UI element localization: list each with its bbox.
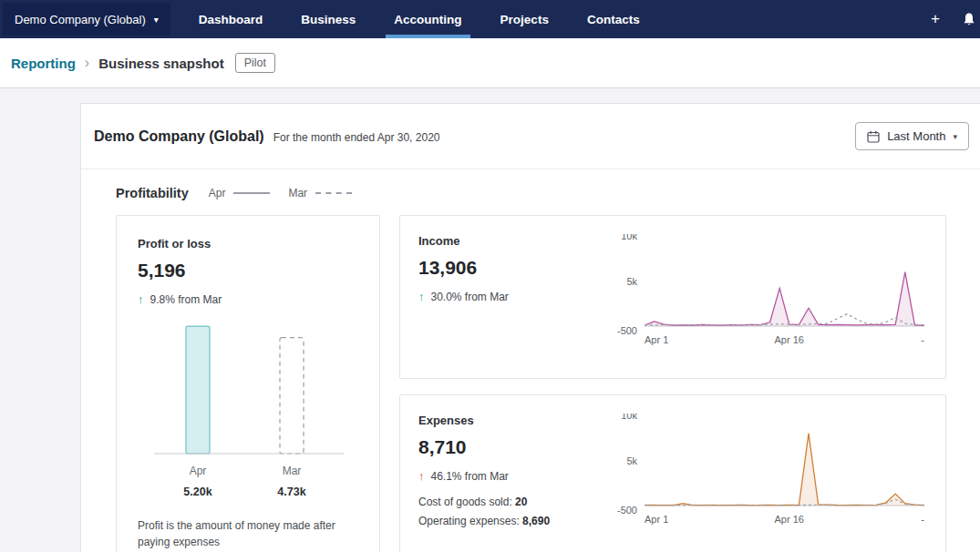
nav-item-accounting[interactable]: Accounting bbox=[375, 0, 480, 38]
chevron-down-icon: ▾ bbox=[154, 15, 159, 25]
svg-text:-: - bbox=[921, 514, 924, 525]
breadcrumb-separator: › bbox=[85, 55, 89, 71]
svg-text:10k: 10k bbox=[621, 234, 637, 241]
profit-loss-card: Profit or loss 5,196 ↑ 9.8% from Mar Apr… bbox=[116, 215, 380, 552]
report-period: For the month ended Apr 30, 2020 bbox=[273, 131, 440, 144]
opex-line: Operating expenses: 8,690 bbox=[418, 515, 601, 527]
calendar-icon bbox=[867, 130, 880, 143]
main-nav: Dashboard Business Accounting Projects C… bbox=[180, 0, 659, 38]
page-title: Business snapshot bbox=[98, 56, 224, 71]
company-selector-label: Demo Company (Global) bbox=[15, 13, 146, 26]
section-title: Profitability bbox=[116, 186, 189, 200]
report-company-title: Demo Company (Global) bbox=[94, 128, 264, 145]
up-arrow-icon: ↑ bbox=[418, 290, 425, 303]
expenses-change-text: 46.1% from Mar bbox=[431, 470, 509, 483]
income-card: Income 13,906 ↑ 30.0% from Mar 10k5k-500… bbox=[399, 215, 946, 379]
solid-line-swatch bbox=[233, 192, 270, 194]
profitability-panels: Profit or loss 5,196 ↑ 9.8% from Mar Apr… bbox=[116, 215, 945, 552]
expenses-card: Expenses 8,710 ↑ 46.1% from Mar Cost of … bbox=[399, 394, 946, 552]
profit-loss-value: 5,196 bbox=[138, 260, 358, 281]
report-header: Demo Company (Global) For the month ende… bbox=[81, 104, 980, 169]
svg-text:10k: 10k bbox=[621, 414, 637, 421]
nav-item-business[interactable]: Business bbox=[282, 0, 375, 38]
svg-text:-500: -500 bbox=[617, 505, 637, 516]
svg-text:Apr 1: Apr 1 bbox=[645, 334, 668, 345]
svg-text:Apr 16: Apr 16 bbox=[774, 334, 803, 345]
profit-loss-change: ↑ 9.8% from Mar bbox=[138, 292, 358, 306]
svg-text:Apr: Apr bbox=[190, 465, 207, 477]
breadcrumb: Reporting › Business snapshot Pilot bbox=[0, 38, 980, 88]
svg-text:-500: -500 bbox=[617, 325, 637, 336]
svg-text:Apr 1: Apr 1 bbox=[645, 514, 668, 525]
legend-mar-label: Mar bbox=[288, 187, 307, 199]
date-range-label: Last Month bbox=[887, 129, 945, 143]
nav-item-contacts[interactable]: Contacts bbox=[568, 0, 659, 38]
svg-text:-: - bbox=[921, 334, 924, 345]
svg-text:Apr 16: Apr 16 bbox=[774, 514, 803, 525]
opex-label: Operating expenses: bbox=[418, 515, 520, 527]
navbar-right: + bbox=[931, 0, 980, 38]
expenses-value: 8,710 bbox=[418, 436, 601, 458]
svg-text:5k: 5k bbox=[626, 276, 637, 287]
expenses-title: Expenses bbox=[418, 414, 601, 427]
income-title: Income bbox=[418, 234, 601, 248]
opex-value: 8,690 bbox=[522, 515, 550, 527]
income-change-text: 30.0% from Mar bbox=[431, 291, 509, 303]
cogs-label: Cost of goods sold: bbox=[418, 496, 512, 508]
expenses-breakdown: Cost of goods sold: 20 Operating expense… bbox=[418, 496, 601, 527]
expenses-change: ↑ 46.1% from Mar bbox=[418, 469, 601, 483]
chevron-down-icon: ▾ bbox=[953, 132, 957, 141]
pilot-badge: Pilot bbox=[235, 53, 275, 73]
svg-text:4.73k: 4.73k bbox=[277, 486, 305, 498]
breadcrumb-reporting-link[interactable]: Reporting bbox=[11, 56, 76, 71]
notifications-bell-icon[interactable] bbox=[962, 12, 976, 27]
svg-text:5.20k: 5.20k bbox=[183, 486, 211, 498]
expenses-line-chart: 10k5k-500Apr 1Apr 16- bbox=[606, 414, 927, 552]
nav-item-projects[interactable]: Projects bbox=[481, 0, 568, 38]
add-button[interactable]: + bbox=[931, 10, 940, 28]
top-navbar: Demo Company (Global) ▾ Dashboard Busine… bbox=[0, 0, 980, 38]
legend-apr-label: Apr bbox=[209, 187, 226, 199]
svg-text:Mar: Mar bbox=[283, 465, 302, 477]
income-line-chart: 10k5k-500Apr 1Apr 16- bbox=[606, 234, 927, 360]
up-arrow-icon: ↑ bbox=[418, 469, 425, 483]
cogs-value: 20 bbox=[515, 496, 527, 508]
legend-item-apr: Apr bbox=[209, 187, 271, 199]
legend-item-mar: Mar bbox=[288, 187, 352, 199]
svg-text:5k: 5k bbox=[626, 455, 637, 466]
date-range-button[interactable]: Last Month ▾ bbox=[855, 122, 969, 150]
profit-loss-title: Profit or loss bbox=[138, 237, 358, 250]
cogs-line: Cost of goods sold: 20 bbox=[418, 496, 601, 508]
up-arrow-icon: ↑ bbox=[138, 292, 144, 306]
chart-legend: Apr Mar bbox=[209, 187, 352, 199]
dashed-line-swatch bbox=[315, 192, 352, 194]
company-selector[interactable]: Demo Company (Global) ▾ bbox=[3, 3, 170, 36]
profit-loss-bar-chart: AprMar5.20k4.73k bbox=[138, 315, 358, 503]
income-change: ↑ 30.0% from Mar bbox=[418, 290, 601, 303]
nav-item-dashboard[interactable]: Dashboard bbox=[180, 0, 283, 38]
profit-loss-change-text: 9.8% from Mar bbox=[150, 293, 222, 306]
profitability-section: Profitability Apr Mar Profit or loss 5,1… bbox=[81, 169, 980, 552]
income-value: 13,906 bbox=[418, 257, 601, 279]
profit-loss-description: Profit is the amount of money made after… bbox=[138, 517, 358, 550]
business-snapshot-card: Demo Company (Global) For the month ende… bbox=[80, 103, 980, 552]
